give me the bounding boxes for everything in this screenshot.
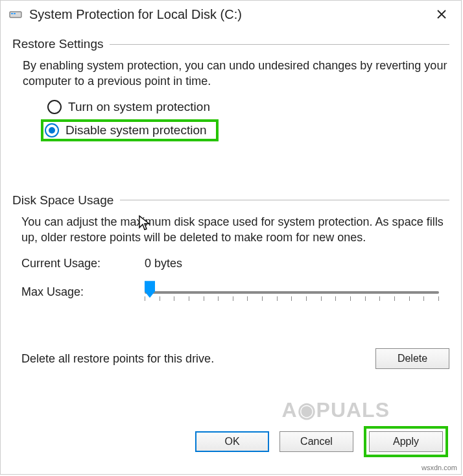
ok-button[interactable]: OK	[195, 431, 269, 452]
dialog-footer: OK Cancel Apply	[195, 426, 448, 457]
restore-description: By enabling system protection, you can u…	[23, 58, 449, 89]
svg-rect-2	[14, 13, 16, 14]
watermark: A◉PUALS	[281, 398, 390, 422]
apply-highlight: Apply	[364, 426, 448, 457]
svg-rect-0	[10, 12, 21, 18]
credit-text: wsxdn.com	[421, 464, 457, 471]
restore-settings-header: Restore Settings	[12, 37, 449, 51]
max-usage-row: Max Usage:	[21, 281, 449, 303]
radio-icon	[47, 100, 62, 114]
radio-turn-on[interactable]: Turn on system protection	[43, 97, 449, 117]
drive-icon	[8, 7, 23, 21]
current-usage-value: 0 bytes	[145, 257, 182, 270]
close-button[interactable]	[427, 4, 456, 25]
restore-settings-label: Restore Settings	[12, 37, 110, 51]
disk-space-header: Disk Space Usage	[12, 193, 449, 208]
ok-button-label: OK	[224, 436, 239, 447]
disk-space-description: You can adjust the maximum disk space us…	[21, 214, 449, 246]
radio-icon	[45, 123, 59, 137]
delete-description: Delete all restore points for this drive…	[21, 352, 375, 366]
max-usage-label: Max Usage:	[21, 285, 145, 299]
cancel-button-label: Cancel	[300, 436, 333, 447]
apply-button-label: Apply	[393, 436, 419, 447]
separator-line	[120, 200, 449, 200]
radio-disable[interactable]: Disable system protection	[41, 119, 219, 141]
delete-button[interactable]: Delete	[375, 348, 449, 369]
dialog-title: System Protection for Local Disk (C:)	[29, 7, 427, 22]
svg-rect-1	[11, 13, 13, 14]
dialog-body: Restore Settings By enabling system prot…	[1, 28, 461, 369]
radio-disable-label: Disable system protection	[65, 123, 207, 137]
cancel-button[interactable]: Cancel	[279, 431, 353, 452]
radio-turn-on-label: Turn on system protection	[68, 100, 210, 114]
slider-thumb-icon	[145, 281, 155, 298]
slider-ticks	[145, 296, 439, 302]
current-usage-label: Current Usage:	[21, 257, 145, 270]
system-protection-dialog: System Protection for Local Disk (C:) Re…	[0, 0, 462, 475]
current-usage-row: Current Usage: 0 bytes	[21, 257, 449, 270]
apply-button[interactable]: Apply	[369, 431, 443, 452]
max-usage-slider[interactable]	[145, 281, 439, 303]
disk-space-label: Disk Space Usage	[12, 193, 120, 208]
titlebar: System Protection for Local Disk (C:)	[1, 1, 461, 28]
separator-line	[110, 44, 449, 45]
delete-button-label: Delete	[398, 353, 427, 364]
delete-row: Delete all restore points for this drive…	[21, 348, 449, 369]
